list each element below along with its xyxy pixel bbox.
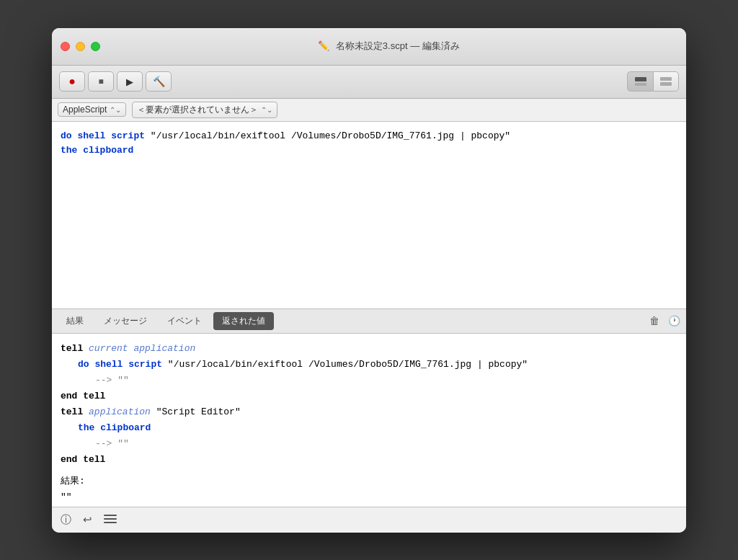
- end-tell-keyword-2: end tell: [61, 454, 105, 465]
- language-label: AppleScript: [63, 105, 107, 115]
- view-buttons: [627, 71, 679, 92]
- current-application-ref: current application: [89, 343, 195, 354]
- language-arrow-icon: ⌃⌄: [110, 106, 121, 114]
- svg-rect-4: [104, 515, 117, 516]
- tab-messages[interactable]: メッセージ: [95, 312, 156, 330]
- view-editor-icon: [634, 76, 647, 86]
- view-split-button[interactable]: [653, 71, 679, 92]
- clear-button[interactable]: 🗑: [649, 315, 659, 326]
- keyword-the-clipboard: the clipboard: [61, 145, 133, 156]
- record-button[interactable]: ●: [59, 71, 85, 92]
- element-label: ＜要素が選択されていません＞: [137, 104, 258, 116]
- close-button[interactable]: [61, 42, 70, 51]
- view-editor-button[interactable]: [627, 71, 653, 92]
- code-string-1: "/usr/local/bin/exiftool /Volumes/Drobo5…: [151, 130, 510, 141]
- language-selector[interactable]: AppleScript ⌃⌄: [58, 102, 126, 117]
- tab-actions: 🗑 🕐: [649, 315, 680, 326]
- svg-rect-2: [660, 77, 672, 81]
- code-editor[interactable]: do shell script "/usr/local/bin/exiftool…: [52, 122, 686, 309]
- compile-button[interactable]: 🔨: [146, 71, 172, 92]
- svg-rect-3: [660, 82, 672, 86]
- maximize-button[interactable]: [91, 42, 100, 51]
- list-button[interactable]: [104, 514, 117, 526]
- script-editor-string: "Script Editor": [156, 406, 241, 417]
- tab-returned-values[interactable]: 返された値: [213, 312, 274, 330]
- result-line-7: --> "": [95, 436, 677, 452]
- do-shell-script-keyword: do shell script: [78, 359, 162, 370]
- compile-icon: 🔨: [153, 76, 165, 87]
- code-line-1: do shell script "/usr/local/bin/exiftool…: [61, 129, 677, 144]
- run-button[interactable]: ▶: [117, 71, 143, 92]
- result-line-1: tell current application: [61, 341, 677, 357]
- result-line-10: "": [61, 489, 677, 505]
- element-arrow-icon: ⌃⌄: [261, 106, 272, 114]
- result-value: "": [61, 492, 72, 502]
- result-line-3: --> "": [95, 373, 677, 388]
- list-icon: [104, 514, 117, 524]
- return-button[interactable]: ↩: [83, 513, 92, 526]
- result-line-6: the clipboard: [78, 420, 677, 436]
- stop-icon: ■: [98, 76, 103, 86]
- result-line-9: 結果:: [61, 474, 677, 489]
- tell-keyword-2: tell: [61, 406, 83, 417]
- tell-keyword-1: tell: [61, 343, 83, 354]
- run-icon: ▶: [126, 76, 133, 87]
- tab-results[interactable]: 結果: [58, 312, 92, 330]
- result-line-2: do shell script "/usr/local/bin/exiftool…: [78, 357, 677, 373]
- minimize-button[interactable]: [76, 42, 85, 51]
- tab-events[interactable]: イベント: [159, 312, 210, 330]
- result-line-5: tell application "Script Editor": [61, 404, 677, 420]
- bottom-panel: 結果 メッセージ イベント 返された値 🗑 🕐 tell current app…: [52, 309, 686, 533]
- title-label: 名称未設定3.scpt — 編集済み: [336, 40, 460, 51]
- result-line-8: end tell: [61, 452, 677, 468]
- result-arrow-2: --> "": [95, 438, 129, 449]
- status-bar: ⓘ ↩: [52, 507, 686, 533]
- keyword-do-shell-script: do shell script: [61, 130, 145, 141]
- application-ref: application: [89, 406, 151, 417]
- result-line-4: end tell: [61, 388, 677, 404]
- element-selector[interactable]: ＜要素が選択されていません＞ ⌃⌄: [132, 102, 277, 118]
- code-line-2: the clipboard: [61, 143, 677, 159]
- end-tell-keyword-1: end tell: [61, 391, 105, 401]
- main-window: ✏️ 名称未設定3.scpt — 編集済み ● ■ ▶ 🔨: [52, 28, 686, 533]
- toolbar: ● ■ ▶ 🔨: [52, 66, 686, 99]
- svg-rect-5: [104, 518, 117, 520]
- stop-button[interactable]: ■: [88, 71, 114, 92]
- result-area[interactable]: tell current application do shell script…: [52, 334, 686, 507]
- title-icon: ✏️: [318, 40, 329, 51]
- result-label: 結果:: [61, 476, 85, 486]
- svg-rect-1: [635, 83, 646, 86]
- traffic-lights: [61, 42, 100, 51]
- the-clipboard-keyword: the clipboard: [78, 422, 151, 433]
- selector-bar: AppleScript ⌃⌄ ＜要素が選択されていません＞ ⌃⌄: [52, 99, 686, 122]
- title-bar: ✏️ 名称未設定3.scpt — 編集済み: [52, 28, 686, 66]
- result-arrow-1: --> "": [95, 375, 129, 386]
- shell-script-string: "/usr/local/bin/exiftool /Volumes/Drobo5…: [168, 359, 528, 370]
- info-button[interactable]: ⓘ: [61, 513, 71, 527]
- tab-bar: 結果 メッセージ イベント 返された値 🗑 🕐: [52, 309, 686, 334]
- svg-rect-6: [104, 522, 117, 523]
- record-icon: ●: [68, 75, 76, 88]
- history-button[interactable]: 🕐: [668, 315, 680, 326]
- svg-rect-0: [635, 77, 646, 81]
- view-split-icon: [659, 76, 672, 86]
- window-title: ✏️ 名称未設定3.scpt — 編集済み: [100, 40, 677, 53]
